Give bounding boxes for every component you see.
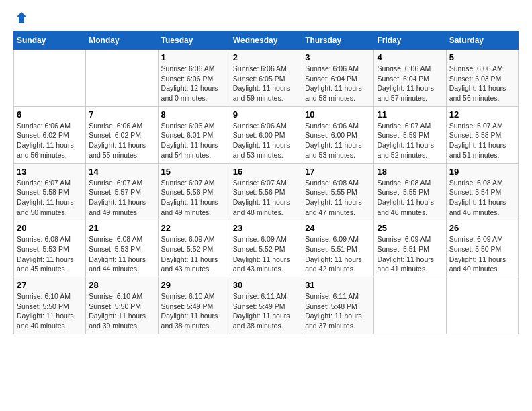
day-info: Sunrise: 6:09 AM Sunset: 5:51 PM Dayligh… — [377, 234, 443, 274]
calendar-cell: 18Sunrise: 6:08 AM Sunset: 5:55 PM Dayli… — [374, 163, 446, 220]
week-row-4: 20Sunrise: 6:08 AM Sunset: 5:53 PM Dayli… — [14, 220, 519, 277]
day-number: 9 — [233, 109, 299, 120]
calendar-cell: 7Sunrise: 6:06 AM Sunset: 6:02 PM Daylig… — [86, 106, 158, 163]
calendar-cell: 28Sunrise: 6:10 AM Sunset: 5:50 PM Dayli… — [86, 277, 158, 334]
day-info: Sunrise: 6:07 AM Sunset: 5:58 PM Dayligh… — [449, 121, 515, 161]
day-number: 2 — [233, 52, 299, 62]
day-number: 20 — [17, 223, 83, 233]
day-info: Sunrise: 6:06 AM Sunset: 6:01 PM Dayligh… — [161, 121, 227, 161]
logo-icon — [15, 11, 28, 24]
day-info: Sunrise: 6:08 AM Sunset: 5:53 PM Dayligh… — [89, 234, 154, 274]
calendar-cell: 1Sunrise: 6:06 AM Sunset: 6:06 PM Daylig… — [158, 50, 230, 107]
day-number: 31 — [305, 280, 371, 290]
day-number: 26 — [449, 223, 515, 233]
calendar-cell: 2Sunrise: 6:06 AM Sunset: 6:05 PM Daylig… — [230, 50, 302, 107]
day-number: 30 — [233, 280, 299, 290]
week-row-3: 13Sunrise: 6:07 AM Sunset: 5:58 PM Dayli… — [14, 163, 519, 220]
day-info: Sunrise: 6:10 AM Sunset: 5:50 PM Dayligh… — [17, 291, 83, 331]
day-number: 27 — [17, 280, 83, 290]
day-info: Sunrise: 6:06 AM Sunset: 6:03 PM Dayligh… — [449, 64, 515, 103]
day-info: Sunrise: 6:07 AM Sunset: 5:56 PM Dayligh… — [233, 178, 299, 218]
day-info: Sunrise: 6:06 AM Sunset: 6:04 PM Dayligh… — [377, 64, 443, 103]
day-info: Sunrise: 6:07 AM Sunset: 5:56 PM Dayligh… — [161, 178, 227, 218]
calendar-table: SundayMondayTuesdayWednesdayThursdayFrid… — [13, 31, 519, 334]
day-number: 19 — [449, 167, 515, 177]
day-number: 8 — [161, 109, 227, 120]
day-number: 15 — [161, 167, 227, 177]
day-info: Sunrise: 6:06 AM Sunset: 6:00 PM Dayligh… — [233, 121, 299, 161]
day-number: 1 — [161, 52, 227, 62]
week-row-5: 27Sunrise: 6:10 AM Sunset: 5:50 PM Dayli… — [14, 277, 519, 334]
calendar-cell: 16Sunrise: 6:07 AM Sunset: 5:56 PM Dayli… — [230, 163, 302, 220]
calendar-cell: 13Sunrise: 6:07 AM Sunset: 5:58 PM Dayli… — [14, 163, 86, 220]
weekday-header-sunday: Sunday — [14, 32, 86, 50]
weekday-header-wednesday: Wednesday — [230, 32, 302, 50]
weekday-header-saturday: Saturday — [446, 32, 518, 50]
day-info: Sunrise: 6:06 AM Sunset: 6:02 PM Dayligh… — [89, 121, 154, 161]
page-header — [13, 13, 519, 24]
calendar-cell: 19Sunrise: 6:08 AM Sunset: 5:54 PM Dayli… — [446, 163, 518, 220]
calendar-cell: 10Sunrise: 6:06 AM Sunset: 6:00 PM Dayli… — [302, 106, 374, 163]
calendar-cell — [86, 50, 158, 107]
weekday-header-row: SundayMondayTuesdayWednesdayThursdayFrid… — [14, 32, 519, 50]
calendar-cell: 12Sunrise: 6:07 AM Sunset: 5:58 PM Dayli… — [446, 106, 518, 163]
day-info: Sunrise: 6:07 AM Sunset: 5:58 PM Dayligh… — [17, 178, 83, 218]
day-info: Sunrise: 6:08 AM Sunset: 5:55 PM Dayligh… — [305, 178, 371, 218]
day-info: Sunrise: 6:09 AM Sunset: 5:52 PM Dayligh… — [233, 234, 299, 274]
day-info: Sunrise: 6:06 AM Sunset: 6:06 PM Dayligh… — [161, 64, 227, 103]
calendar-cell: 17Sunrise: 6:08 AM Sunset: 5:55 PM Dayli… — [302, 163, 374, 220]
calendar-cell: 24Sunrise: 6:09 AM Sunset: 5:51 PM Dayli… — [302, 220, 374, 277]
day-info: Sunrise: 6:11 AM Sunset: 5:49 PM Dayligh… — [233, 291, 299, 331]
day-number: 5 — [449, 52, 515, 62]
day-number: 11 — [377, 109, 443, 120]
day-number: 4 — [377, 52, 443, 62]
day-number: 3 — [305, 52, 371, 62]
day-number: 25 — [377, 223, 443, 233]
calendar-cell: 15Sunrise: 6:07 AM Sunset: 5:56 PM Dayli… — [158, 163, 230, 220]
day-info: Sunrise: 6:09 AM Sunset: 5:50 PM Dayligh… — [449, 234, 515, 274]
day-number: 7 — [89, 109, 154, 120]
calendar-cell: 22Sunrise: 6:09 AM Sunset: 5:52 PM Dayli… — [158, 220, 230, 277]
weekday-header-friday: Friday — [374, 32, 446, 50]
calendar-cell: 14Sunrise: 6:07 AM Sunset: 5:57 PM Dayli… — [86, 163, 158, 220]
day-info: Sunrise: 6:06 AM Sunset: 6:05 PM Dayligh… — [233, 64, 299, 103]
day-number: 10 — [305, 109, 371, 120]
day-info: Sunrise: 6:09 AM Sunset: 5:52 PM Dayligh… — [161, 234, 227, 274]
calendar-cell: 8Sunrise: 6:06 AM Sunset: 6:01 PM Daylig… — [158, 106, 230, 163]
day-info: Sunrise: 6:06 AM Sunset: 6:04 PM Dayligh… — [305, 64, 371, 103]
day-info: Sunrise: 6:10 AM Sunset: 5:49 PM Dayligh… — [161, 291, 227, 331]
day-number: 12 — [449, 109, 515, 120]
day-info: Sunrise: 6:11 AM Sunset: 5:48 PM Dayligh… — [305, 291, 371, 331]
calendar-cell — [446, 277, 518, 334]
calendar-cell: 26Sunrise: 6:09 AM Sunset: 5:50 PM Dayli… — [446, 220, 518, 277]
calendar-cell: 5Sunrise: 6:06 AM Sunset: 6:03 PM Daylig… — [446, 50, 518, 107]
day-info: Sunrise: 6:09 AM Sunset: 5:51 PM Dayligh… — [305, 234, 371, 274]
calendar-cell: 6Sunrise: 6:06 AM Sunset: 6:02 PM Daylig… — [14, 106, 86, 163]
weekday-header-thursday: Thursday — [302, 32, 374, 50]
day-info: Sunrise: 6:08 AM Sunset: 5:53 PM Dayligh… — [17, 234, 83, 274]
day-info: Sunrise: 6:10 AM Sunset: 5:50 PM Dayligh… — [89, 291, 154, 331]
day-number: 17 — [305, 167, 371, 177]
calendar-header: SundayMondayTuesdayWednesdayThursdayFrid… — [14, 32, 519, 50]
calendar-cell: 30Sunrise: 6:11 AM Sunset: 5:49 PM Dayli… — [230, 277, 302, 334]
day-info: Sunrise: 6:08 AM Sunset: 5:54 PM Dayligh… — [449, 178, 515, 218]
day-number: 22 — [161, 223, 227, 233]
weekday-header-monday: Monday — [86, 32, 158, 50]
day-info: Sunrise: 6:06 AM Sunset: 6:02 PM Dayligh… — [17, 121, 83, 161]
day-info: Sunrise: 6:08 AM Sunset: 5:55 PM Dayligh… — [377, 178, 443, 218]
day-info: Sunrise: 6:07 AM Sunset: 5:59 PM Dayligh… — [377, 121, 443, 161]
logo — [13, 13, 28, 24]
day-number: 13 — [17, 167, 83, 177]
calendar-cell: 23Sunrise: 6:09 AM Sunset: 5:52 PM Dayli… — [230, 220, 302, 277]
calendar-cell: 31Sunrise: 6:11 AM Sunset: 5:48 PM Dayli… — [302, 277, 374, 334]
day-number: 24 — [305, 223, 371, 233]
calendar-cell — [14, 50, 86, 107]
day-number: 18 — [377, 167, 443, 177]
day-number: 14 — [89, 167, 154, 177]
day-number: 23 — [233, 223, 299, 233]
calendar-cell: 4Sunrise: 6:06 AM Sunset: 6:04 PM Daylig… — [374, 50, 446, 107]
day-info: Sunrise: 6:07 AM Sunset: 5:57 PM Dayligh… — [89, 178, 154, 218]
week-row-2: 6Sunrise: 6:06 AM Sunset: 6:02 PM Daylig… — [14, 106, 519, 163]
calendar-body: 1Sunrise: 6:06 AM Sunset: 6:06 PM Daylig… — [14, 50, 519, 334]
week-row-1: 1Sunrise: 6:06 AM Sunset: 6:06 PM Daylig… — [14, 50, 519, 107]
